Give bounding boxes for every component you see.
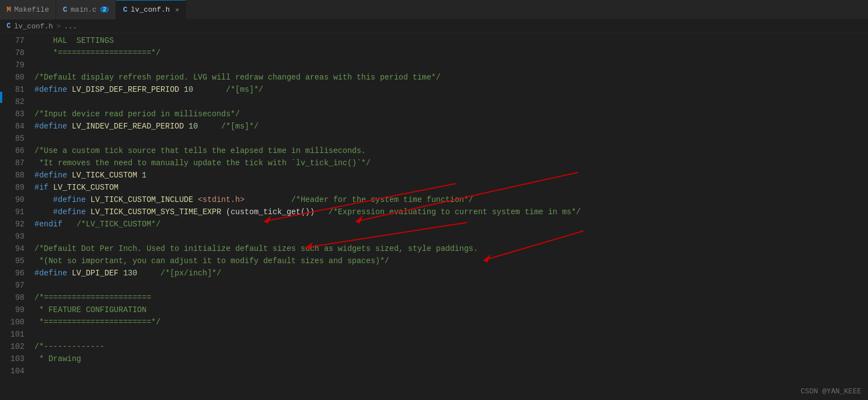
code-line-79 xyxy=(34,59,868,71)
code-token: * FEATURE CONFIGURATION xyxy=(34,304,147,316)
tab-main-c[interactable]: C main.c 2 xyxy=(56,0,116,19)
code-token: #define xyxy=(34,120,67,132)
code-token: /*Expression evaluating to current syste… xyxy=(328,206,581,218)
tab-label-makefile: Makefile xyxy=(14,6,49,14)
code-line-96: #define LV_DPI_DEF 130 /*[px/inch]*/ xyxy=(34,267,868,279)
tab-icon-lv-conf-h: C xyxy=(123,6,127,14)
code-token: * Drawing xyxy=(34,353,81,365)
code-token: 10 xyxy=(184,83,193,96)
code-token: LV_TICK_CUSTOM_SYS_TIME_EXPR xyxy=(91,206,221,218)
line-num-77: 77 xyxy=(4,34,24,47)
code-token xyxy=(179,83,183,96)
line-num-99: 99 xyxy=(4,304,24,316)
code-line-80: /*Default display refresh period. LVG wi… xyxy=(34,71,868,83)
code-line-95: *(Not so important, you can adjust it to… xyxy=(34,255,868,267)
line-num-79: 79 xyxy=(4,59,24,71)
tab-lv-conf-h[interactable]: C lv_conf.h ✕ xyxy=(116,0,186,19)
code-token: #define xyxy=(53,206,86,218)
line-num-80: 80 xyxy=(4,71,24,83)
line-num-89: 89 xyxy=(4,181,24,194)
tab-badge-main-c: 2 xyxy=(100,6,109,13)
code-token: *(Not so important, you can adjust it to… xyxy=(34,255,390,267)
code-token: /*Use a custom tick source that tells th… xyxy=(34,145,366,157)
line-num-97: 97 xyxy=(4,279,24,292)
credit-text: CSDN @YAN_KEEE xyxy=(801,387,861,396)
line-num-102: 102 xyxy=(4,340,24,353)
code-area[interactable]: HAL SETTINGS *====================*/ /*D… xyxy=(32,33,868,400)
breadcrumb-file-icon: C xyxy=(7,22,11,30)
code-token: LV_DISP_DEF_REFR_PERIOD xyxy=(72,83,179,96)
code-line-102: /*------------- xyxy=(34,340,868,353)
code-token: 130 xyxy=(123,267,137,279)
breadcrumb-file-label: lv_conf.h xyxy=(14,22,53,31)
code-token: #define xyxy=(53,194,86,206)
code-token: #define xyxy=(34,169,67,181)
code-token: 1 xyxy=(142,169,146,181)
tab-close-lv-conf-h[interactable]: ✕ xyxy=(176,6,179,13)
code-line-85 xyxy=(34,132,868,145)
line-num-92: 92 xyxy=(4,218,24,230)
code-line-98: /*======================= xyxy=(34,292,868,304)
line-num-86: 86 xyxy=(4,145,24,157)
code-token: /*Default display refresh period. LVG wi… xyxy=(34,71,441,83)
code-token xyxy=(67,120,72,132)
indicator-bar xyxy=(0,92,2,103)
code-token: #define xyxy=(34,83,67,96)
line-num-88: 88 xyxy=(4,169,24,181)
line-numbers: 77 78 79 80 81 82 83 84 85 86 87 88 89 9… xyxy=(4,33,32,400)
code-token: /*[ms]*/ xyxy=(198,120,258,132)
code-token xyxy=(67,267,72,279)
code-token: #endif xyxy=(34,218,62,230)
code-token: /*[ms]*/ xyxy=(193,83,263,96)
code-line-97 xyxy=(34,279,868,292)
code-line-90: #define LV_TICK_CUSTOM_INCLUDE <stdint.h… xyxy=(34,194,868,206)
code-token xyxy=(48,181,53,194)
tab-icon-main-c: C xyxy=(63,6,67,14)
code-line-78: *====================*/ xyxy=(34,47,868,59)
code-line-82 xyxy=(34,96,868,108)
code-token: #define xyxy=(34,267,67,279)
line-num-87: 87 xyxy=(4,157,24,169)
code-token: LV_DPI_DEF xyxy=(72,267,118,279)
code-token: *=======================*/ xyxy=(34,316,161,328)
code-token: /*Default Dot Per Inch. Used to initiali… xyxy=(34,243,478,255)
line-num-103: 103 xyxy=(4,353,24,365)
code-token: <stdint.h> xyxy=(198,194,245,206)
code-token: HAL SETTINGS xyxy=(34,34,114,47)
tab-icon-makefile: M xyxy=(7,6,11,14)
code-token xyxy=(118,267,123,279)
code-line-91: #define LV_TICK_CUSTOM_SYS_TIME_EXPR (cu… xyxy=(34,206,868,218)
editor: 77 78 79 80 81 82 83 84 85 86 87 88 89 9… xyxy=(0,33,868,400)
code-token: *====================*/ xyxy=(34,47,161,59)
line-num-85: 85 xyxy=(4,132,24,145)
line-num-81: 81 xyxy=(4,83,24,96)
code-line-101 xyxy=(34,328,868,340)
line-num-98: 98 xyxy=(4,292,24,304)
code-token xyxy=(67,169,72,181)
code-token: /*======================= xyxy=(34,292,151,304)
code-token: /*Header for the system time function*/ xyxy=(245,194,473,206)
code-token: #if xyxy=(34,181,48,194)
left-indicator xyxy=(0,33,4,400)
tab-makefile[interactable]: M Makefile xyxy=(0,0,56,19)
code-token xyxy=(184,120,188,132)
code-token xyxy=(67,83,72,96)
code-line-86: /*Use a custom tick source that tells th… xyxy=(34,145,868,157)
code-line-99: * FEATURE CONFIGURATION xyxy=(34,304,868,316)
breadcrumb-location: ... xyxy=(64,22,77,31)
line-num-94: 94 xyxy=(4,243,24,255)
line-num-95: 95 xyxy=(4,255,24,267)
code-line-88: #define LV_TICK_CUSTOM 1 xyxy=(34,169,868,181)
code-token: (custom_tick_get()) xyxy=(221,206,328,218)
code-token: /*LV_TICK_CUSTOM*/ xyxy=(62,218,160,230)
code-token: *It removes the need to manually update … xyxy=(34,157,371,169)
tab-label-lv-conf-h: lv_conf.h xyxy=(131,6,169,14)
code-token: /*------------- xyxy=(34,340,104,353)
code-token: LV_INDEV_DEF_READ_PERIOD xyxy=(72,120,184,132)
tab-label-main-c: main.c xyxy=(71,6,97,14)
line-num-96: 96 xyxy=(4,267,24,279)
code-token xyxy=(193,194,198,206)
breadcrumb-separator: > xyxy=(56,22,61,31)
code-token: LV_TICK_CUSTOM xyxy=(72,169,137,181)
code-line-89: #if LV_TICK_CUSTOM xyxy=(34,181,868,194)
